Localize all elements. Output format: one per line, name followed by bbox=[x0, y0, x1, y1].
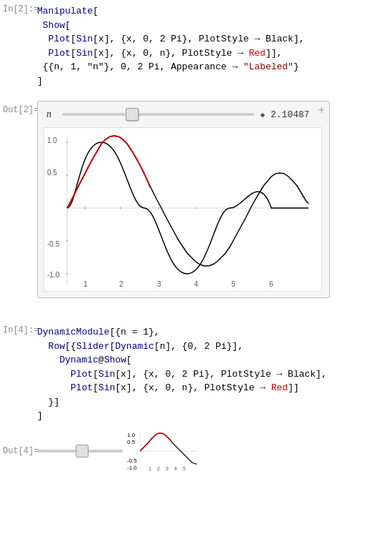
in4-line-7: ] bbox=[37, 409, 392, 423]
out4-section: Out[4]= 1.0 0.5 -0.5 -1.0 1 2 bbox=[0, 430, 392, 473]
code-line-2: Show[ bbox=[37, 19, 392, 33]
svg-text:4: 4 bbox=[174, 466, 177, 471]
out2-section: Out[2]= + n ◆ 2.10487 1.0 0.5 -0.5 -1.0 … bbox=[0, 99, 392, 300]
mini-y4: -1.0 bbox=[127, 465, 137, 471]
code-line-4: Plot[Sin[x], {x, 0, n}, PlotStyle → Red]… bbox=[37, 46, 392, 61]
in4-section: In[4]:= DynamicModule[{n = 1}, Row[{Slid… bbox=[0, 324, 392, 425]
out2-label: Out[2]= bbox=[3, 105, 39, 115]
plot-area: 1.0 0.5 -0.5 -1.0 1 2 3 4 5 6 bbox=[44, 127, 322, 292]
black-sine-polyline bbox=[67, 136, 308, 266]
in4-line-4: Plot[Sin[x], {x, 0, 2 Pi}, PlotStyle → B… bbox=[37, 367, 392, 382]
slider-variable-label: n bbox=[46, 109, 56, 120]
out4-slider-track[interactable] bbox=[37, 450, 123, 453]
in4-line-2: Row[{Slider[Dynamic[n], {0, 2 Pi}], bbox=[37, 340, 392, 354]
mini-y3: -0.5 bbox=[127, 458, 137, 464]
code-line-3: Plot[Sin[x], {x, 0, 2 Pi}, PlotStyle → B… bbox=[37, 32, 392, 46]
in4-line-1: DynamicModule[{n = 1}, bbox=[37, 325, 392, 340]
svg-text:5: 5 bbox=[183, 466, 186, 471]
in2-section: In[2]:= Manipulate[ Show[ Plot[Sin[x], {… bbox=[0, 3, 392, 89]
mini-y1: 1.0 bbox=[127, 432, 135, 438]
red-sine-polyline bbox=[67, 136, 150, 208]
mini-red-sine bbox=[140, 433, 171, 451]
in4-code-block: DynamicModule[{n = 1}, Row[{Slider[Dynam… bbox=[37, 325, 392, 423]
svg-text:2: 2 bbox=[157, 466, 160, 471]
in2-code: Manipulate[ Show[ Plot[Sin[x], {x, 0, 2 … bbox=[37, 4, 392, 88]
code-line-1: Manipulate[ bbox=[37, 4, 392, 19]
in4-line-3: Dynamic@Show[ bbox=[37, 353, 392, 367]
out4-mini-plot: 1.0 0.5 -0.5 -1.0 1 2 3 4 5 bbox=[127, 432, 198, 471]
slider-row: n ◆ 2.10487 bbox=[44, 107, 323, 122]
slider-diamond: ◆ bbox=[260, 110, 265, 119]
in4-label: In[4]:= bbox=[3, 325, 39, 335]
mini-y2: 0.5 bbox=[127, 439, 135, 445]
slider-track[interactable] bbox=[62, 113, 254, 116]
slider-thumb[interactable] bbox=[126, 108, 139, 121]
in4-line-6: }] bbox=[37, 395, 392, 410]
in4-line-5: Plot[Sin[x], {x, 0, n}, PlotStyle → Red]… bbox=[37, 381, 392, 395]
plot-svg bbox=[44, 128, 322, 292]
code-line-5: {{n, 1, "n"}, 0, 2 Pi, Appearance → "Lab… bbox=[37, 60, 392, 74]
svg-text:1: 1 bbox=[149, 466, 151, 471]
out4-row: 1.0 0.5 -0.5 -1.0 1 2 3 4 5 bbox=[37, 432, 198, 471]
mini-plot-svg: 1 2 3 4 5 bbox=[140, 432, 198, 471]
out4-label: Out[4]= bbox=[3, 446, 39, 456]
code-line-6: ] bbox=[37, 74, 392, 89]
manipulate-widget: + n ◆ 2.10487 1.0 0.5 -0.5 -1.0 1 2 3 4 … bbox=[37, 101, 330, 298]
corner-icon[interactable]: + bbox=[318, 104, 325, 117]
in2-label: In[2]:= bbox=[3, 4, 39, 14]
out4-slider-thumb[interactable] bbox=[76, 445, 89, 458]
slider-value: 2.10487 bbox=[271, 109, 321, 120]
svg-text:3: 3 bbox=[166, 466, 169, 471]
